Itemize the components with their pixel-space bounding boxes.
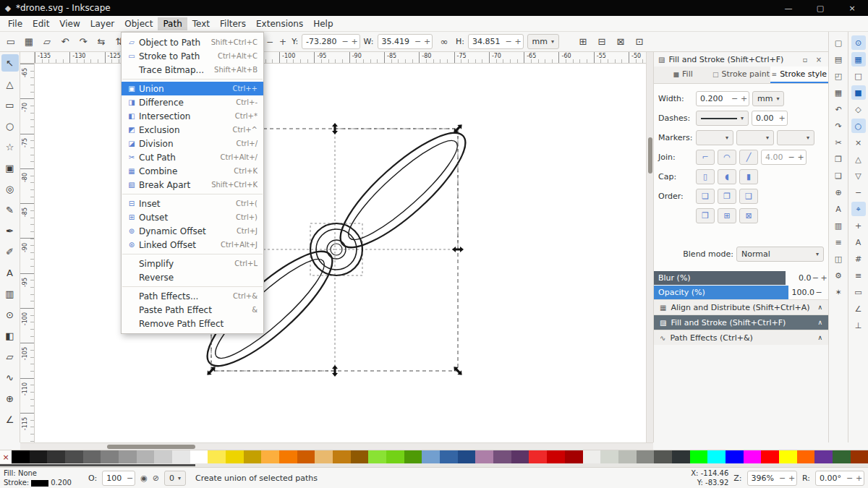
palette-swatch[interactable]	[404, 450, 422, 463]
select-all-layers-icon[interactable]: ▦	[21, 34, 37, 50]
palette-swatch[interactable]	[851, 450, 868, 463]
palette-swatch[interactable]	[672, 450, 690, 463]
new-document-icon[interactable]: ▢	[831, 35, 846, 50]
order-mfs-button[interactable]: ❒	[696, 208, 715, 223]
symbols-icon[interactable]: ✶	[831, 285, 846, 299]
palette-swatch[interactable]	[154, 450, 172, 463]
float-dialog-icon[interactable]: ▫	[800, 56, 810, 64]
layer-lock-icon[interactable]: ⊘	[153, 474, 159, 483]
menu-edit[interactable]: Edit	[27, 17, 54, 30]
dropper-tool[interactable]: ⊙	[1, 306, 19, 323]
menu-text[interactable]: Text	[187, 17, 215, 30]
snap-center-toggle[interactable]: ⌖	[851, 202, 866, 216]
copy-icon[interactable]: ❐	[831, 152, 846, 166]
text-tool[interactable]: A	[1, 264, 19, 281]
path-effects-expander[interactable]: ∿ Path Effects (Ctrl+&) ∧	[654, 330, 828, 345]
fill-stroke-expander[interactable]: ▨ Fill and Stroke (Shift+Ctrl+F) ∧	[654, 314, 828, 330]
palette-swatch[interactable]	[30, 450, 48, 463]
palette-swatch[interactable]	[65, 450, 83, 463]
h-input[interactable]: 34.851−+	[468, 34, 524, 49]
close-button[interactable]: ×	[836, 0, 868, 16]
zoom-plus[interactable]: +	[787, 474, 796, 483]
menu-item-difference[interactable]: ◨DifferenceCtrl+-	[122, 95, 263, 109]
measure-tool[interactable]: ∠	[1, 411, 19, 428]
zoom-minus[interactable]: −	[778, 474, 787, 483]
round-join-button[interactable]: ◠	[718, 150, 736, 165]
snap-midpoint-toggle[interactable]: −	[851, 185, 866, 200]
menu-layer[interactable]: Layer	[85, 17, 119, 30]
round-cap-button[interactable]: ◖	[718, 169, 736, 184]
menu-file[interactable]: File	[3, 17, 27, 30]
palette-swatch[interactable]	[475, 450, 493, 463]
v-ruler[interactable]: -65-70-75-80-85-90-95-100-105-110-115	[20, 64, 35, 442]
y-input[interactable]: -73.280−+	[302, 34, 359, 49]
palette-swatch[interactable]	[368, 450, 386, 463]
snap-grid-toggle[interactable]: #	[851, 252, 866, 266]
palette-swatch[interactable]	[261, 450, 279, 463]
minimize-button[interactable]: —	[773, 0, 804, 16]
palette-swatch[interactable]	[422, 450, 440, 463]
mid-marker-dropdown[interactable]: ▾	[736, 130, 774, 145]
menu-extensions[interactable]: Extensions	[251, 17, 308, 30]
miter-limit-input[interactable]: 4.00−+	[761, 150, 807, 165]
palette-swatch[interactable]	[654, 450, 672, 463]
preferences-icon[interactable]: ⚙	[831, 268, 846, 283]
palette-swatch[interactable]	[333, 450, 351, 463]
palette-scrollbar-thumb[interactable]	[0, 464, 195, 466]
close-dialog-icon[interactable]: ×	[814, 56, 824, 64]
horizontal-scrollbar-thumb[interactable]	[107, 445, 195, 449]
palette-swatch[interactable]	[761, 450, 779, 463]
snap-guide-toggle[interactable]: ≡	[851, 268, 866, 283]
menu-item-simplify[interactable]: SimplifyCtrl+L	[122, 257, 263, 270]
tab-stroke-style[interactable]: ≡Stroke style	[770, 67, 828, 83]
dash-offset-plus[interactable]: +	[778, 114, 787, 123]
palette-swatch[interactable]	[279, 450, 297, 463]
layers-icon[interactable]: ≡	[831, 235, 846, 249]
width-plus[interactable]: +	[739, 94, 749, 103]
lock-ratio-icon[interactable]: ∞	[436, 34, 452, 50]
rotation-input[interactable]: 0.00°−+	[815, 471, 864, 486]
gradient-tool[interactable]: ▥	[1, 285, 19, 302]
vertical-scrollbar[interactable]	[646, 52, 653, 442]
palette-swatch[interactable]	[690, 450, 708, 463]
open-icon[interactable]: ▤	[831, 52, 846, 67]
print-icon[interactable]: ▦	[831, 85, 846, 100]
menu-item-union[interactable]: ▣UnionCtrl++	[122, 82, 263, 95]
miter-limit-value[interactable]: 4.00	[762, 153, 787, 162]
paint-bucket-tool[interactable]: ◧	[1, 327, 19, 344]
palette-swatch[interactable]	[208, 450, 226, 463]
save-icon[interactable]: ◰	[831, 69, 846, 83]
palette-swatch[interactable]	[12, 450, 30, 463]
rectangle-tool[interactable]: ▭	[1, 96, 19, 114]
rotation-minus[interactable]: −	[845, 474, 854, 483]
y-minus[interactable]: −	[341, 37, 350, 46]
palette-swatch[interactable]	[386, 450, 404, 463]
paste-icon[interactable]: ❏	[831, 168, 846, 183]
snap-rotation-center-toggle[interactable]: +	[851, 218, 866, 233]
menu-item-trace-bitmap[interactable]: Trace Bitmap...Shift+Alt+B	[122, 63, 263, 77]
palette-swatch[interactable]	[744, 450, 762, 463]
opacity-minus[interactable]: −	[814, 288, 823, 297]
snap-page-toggle[interactable]: ▭	[851, 285, 866, 299]
end-marker-dropdown[interactable]: ▾	[777, 130, 814, 145]
deselect-icon[interactable]: ▱	[39, 34, 55, 50]
palette-swatch[interactable]	[529, 450, 547, 463]
snap-text-toggle[interactable]: A	[851, 235, 866, 249]
rotate-ccw-icon[interactable]: ↶	[57, 34, 73, 50]
rotation-plus[interactable]: +	[854, 474, 864, 483]
palette-swatch[interactable]	[511, 450, 529, 463]
fill-indicator[interactable]: Fill: None	[4, 468, 83, 478]
snap-node-toggle[interactable]: ◇	[851, 102, 866, 116]
h-value[interactable]: 34.851	[469, 37, 504, 46]
blur-minus[interactable]: −	[812, 273, 820, 283]
ellipse-tool[interactable]: ○	[1, 117, 19, 134]
butt-cap-button[interactable]: ▯	[696, 169, 715, 184]
menu-item-paste-path-effect[interactable]: Paste Path Effect&	[122, 303, 263, 317]
palette-swatch[interactable]	[833, 450, 851, 463]
palette-swatch[interactable]	[297, 450, 315, 463]
zoom-input[interactable]: 396%−+	[747, 471, 797, 486]
palette-swatch[interactable]	[190, 450, 208, 463]
blur-plus[interactable]: +	[820, 273, 828, 283]
palette-swatch[interactable]	[315, 450, 333, 463]
object-opacity-minus[interactable]: −	[125, 474, 135, 483]
